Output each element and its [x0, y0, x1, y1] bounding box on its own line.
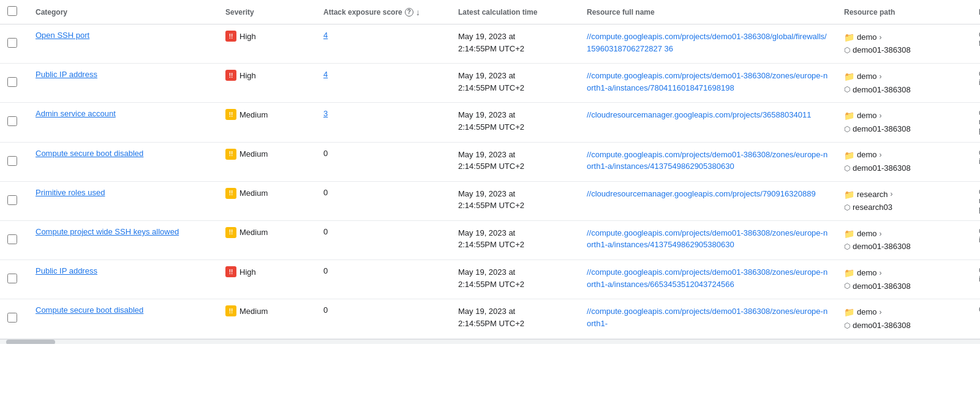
row-checkbox[interactable] — [7, 116, 17, 126]
project-name: demo01-386308 — [853, 280, 911, 293]
project-icon: ⬡ — [844, 45, 850, 56]
row-checkbox[interactable] — [7, 38, 17, 48]
row-checkbox[interactable] — [7, 274, 17, 283]
severity-badge: !!Medium — [225, 188, 268, 199]
row-checkbox[interactable] — [7, 156, 17, 166]
resource-full-name-link[interactable]: //cloudresourcemanager.googleapis.com/pr… — [587, 189, 816, 198]
resource-full-name-link[interactable]: //compute.googleapis.com/projects/demo01… — [587, 228, 827, 250]
resource-full-name-link[interactable]: //compute.googleapis.com/projects/demo01… — [587, 307, 827, 328]
select-all-header[interactable] — [0, 0, 28, 24]
path-project-row: ⬡ demo01-386308 — [844, 162, 964, 175]
path-project-row: ⬡ demo01-386308 — [844, 123, 964, 136]
resource-full-name-link[interactable]: //cloudresourcemanager.googleapis.com/pr… — [587, 110, 811, 119]
resource-name-cell: //compute.googleapis.com/projects/demo01… — [579, 24, 837, 64]
folder-icon: 📁 — [844, 227, 854, 241]
path-project-row: ⬡ demo01-386308 — [844, 84, 964, 97]
chevron-right-icon: › — [880, 149, 882, 161]
category-link[interactable]: Open SSH port — [36, 31, 89, 40]
time-cell: May 19, 2023 at2:14:55PM UTC+2 — [451, 64, 579, 103]
resource-path-cell: 📁 demo › ⬡ demo01-386308 — [837, 220, 971, 259]
table-row: Admin service account!!Medium3May 19, 20… — [0, 103, 980, 142]
chevron-right-icon: › — [880, 267, 882, 279]
category-link[interactable]: Compute secure boot disabled — [36, 149, 143, 158]
path-project-row: ⬡ demo01-386308 — [844, 280, 964, 293]
attack-score-link[interactable]: 4 — [323, 70, 328, 79]
time-line2: 2:14:55PM UTC+2 — [458, 319, 524, 328]
findings-table: Category Severity Attack exposure score … — [0, 0, 980, 339]
time-line2: 2:14:55PM UTC+2 — [458, 240, 524, 249]
path-folder-row: 📁 demo › — [844, 266, 964, 280]
attack-score-link[interactable]: 3 — [323, 109, 328, 118]
chevron-right-icon: › — [880, 32, 882, 43]
row-checkbox[interactable] — [7, 77, 17, 87]
path-folder-row: 📁 demo › — [844, 305, 964, 319]
path-folder-row: 📁 demo › — [844, 227, 964, 241]
resource-full-name-link[interactable]: //compute.googleapis.com/projects/demo01… — [587, 32, 827, 53]
row-checkbox[interactable] — [7, 313, 17, 323]
resource-name-cell: //cloudresourcemanager.googleapis.com/pr… — [579, 181, 837, 220]
severity-medium-icon: !! — [225, 227, 236, 238]
folder-name: demo — [857, 70, 877, 83]
row-checkbox[interactable] — [7, 195, 17, 205]
severity-label: Medium — [239, 228, 268, 237]
path-folder-row: 📁 demo › — [844, 70, 964, 83]
category-link[interactable]: Compute project wide SSH keys allowed — [36, 227, 179, 236]
resource-full-name-link[interactable]: //compute.googleapis.com/projects/demo01… — [587, 71, 827, 92]
category-link[interactable]: Public IP address — [36, 70, 97, 79]
resource-name-header: Resource full name — [579, 0, 837, 24]
category-link[interactable]: Primitive roles used — [36, 188, 105, 197]
time-line2: 2:14:55PM UTC+2 — [458, 122, 524, 132]
resource-full-name-link[interactable]: //compute.googleapis.com/projects/demo01… — [587, 150, 827, 171]
re-cell: G... re... pr... — [971, 181, 980, 220]
attack-score-link[interactable]: 4 — [323, 31, 328, 40]
severity-label: Medium — [239, 149, 268, 159]
select-all-checkbox[interactable] — [7, 6, 17, 16]
attack-score-header[interactable]: Attack exposure score ? ↓ — [316, 0, 451, 24]
severity-badge: !!High — [225, 31, 256, 42]
attack-score-cell: 0 — [316, 220, 451, 259]
path-project-row: ⬡ research03 — [844, 201, 964, 214]
category-cell: Admin service account — [28, 103, 218, 142]
resource-path-cell: 📁 demo › ⬡ demo01-386308 — [837, 299, 971, 338]
table-row: Public IP address!!High0May 19, 2023 at2… — [0, 260, 980, 299]
time-line2: 2:14:55PM UTC+2 — [458, 44, 524, 53]
resource-path-cell: 📁 demo › ⬡ demo01-386308 — [837, 142, 971, 181]
severity-cell: !!Medium — [218, 103, 316, 142]
attack-score-cell: 0 — [316, 142, 451, 181]
category-cell: Open SSH port — [28, 24, 218, 64]
time-line1: May 19, 2023 at — [458, 267, 515, 277]
project-name: demo01-386308 — [853, 162, 911, 175]
help-icon[interactable]: ? — [405, 8, 413, 17]
chevron-right-icon: › — [880, 110, 882, 122]
resource-name-cell: //compute.googleapis.com/projects/demo01… — [579, 64, 837, 103]
category-cell: Public IP address — [28, 64, 218, 103]
horizontal-scrollbar[interactable] — [0, 339, 980, 344]
table-row: Compute secure boot disabled!!Medium0May… — [0, 299, 980, 338]
attack-score-value: 0 — [323, 227, 328, 236]
folder-icon: 📁 — [844, 305, 854, 319]
project-name: research03 — [853, 201, 892, 214]
sort-down-icon[interactable]: ↓ — [416, 7, 420, 17]
re-cell: G... fir... — [971, 24, 980, 64]
re-cell: G... in... — [971, 142, 980, 181]
category-cell: Public IP address — [28, 260, 218, 299]
time-line2: 2:14:55PM UTC+2 — [458, 280, 524, 289]
time-line1: May 19, 2023 at — [458, 71, 515, 80]
severity-label: High — [239, 267, 256, 277]
resource-full-name-link[interactable]: //compute.googleapis.com/projects/demo01… — [587, 267, 827, 289]
category-link[interactable]: Compute secure boot disabled — [36, 305, 143, 315]
attack-score-value: 0 — [323, 188, 328, 197]
folder-name: demo — [857, 31, 877, 44]
scrollbar-thumb[interactable] — [6, 340, 55, 344]
row-checkbox-cell — [0, 220, 28, 259]
attack-score-cell: 0 — [316, 260, 451, 299]
time-cell: May 19, 2023 at2:14:55PM UTC+2 — [451, 220, 579, 259]
category-header: Category — [28, 0, 218, 24]
row-checkbox[interactable] — [7, 234, 17, 244]
project-name: demo01-386308 — [853, 241, 911, 253]
category-link[interactable]: Admin service account — [36, 109, 116, 118]
table-row: Compute secure boot disabled!!Medium0May… — [0, 142, 980, 181]
row-checkbox-cell — [0, 299, 28, 338]
category-link[interactable]: Public IP address — [36, 266, 97, 275]
severity-cell: !!Medium — [218, 299, 316, 338]
